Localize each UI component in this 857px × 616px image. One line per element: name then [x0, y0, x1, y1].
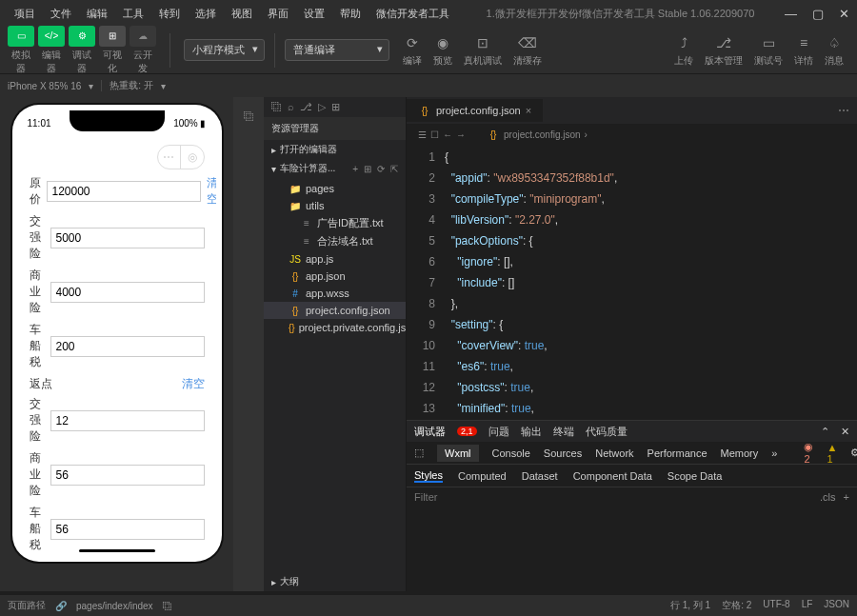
r2-input[interactable] [50, 465, 205, 486]
ext-icon[interactable]: ⊞ [331, 101, 340, 113]
clear1-button[interactable]: 清空 [207, 175, 216, 208]
debugger-button[interactable]: ⚙ [69, 26, 95, 47]
code-text[interactable]: { "appid": "wx8953347352f88b1d", "compil… [445, 145, 857, 420]
remote-debug-button[interactable]: ⊡真机调试 [458, 31, 508, 70]
ins2-input[interactable] [50, 282, 205, 303]
minimize-icon[interactable]: — [785, 7, 797, 21]
collapse-icon[interactable]: ⇱ [390, 164, 398, 174]
back-icon[interactable]: ← [443, 129, 452, 140]
scope-data-tab[interactable]: Scope Data [668, 470, 722, 482]
r3-input[interactable] [50, 519, 205, 540]
close-tab-icon[interactable]: × [526, 105, 531, 116]
new-file-icon[interactable]: + [352, 164, 358, 174]
clear-cache-button[interactable]: ⌫清缓存 [508, 31, 548, 70]
mode-select[interactable]: 小程序模式 [184, 39, 265, 61]
open-editors-section[interactable]: ▸打开的编辑器 [264, 140, 406, 159]
star-icon[interactable]: ☐ [430, 129, 439, 140]
search-icon[interactable]: ⌕ [288, 101, 294, 113]
add-style-icon[interactable]: + [844, 491, 849, 503]
lang[interactable]: JSON [824, 599, 849, 612]
tree-item[interactable]: {}project.config.json [264, 302, 406, 319]
more-icon[interactable]: ⋯ [830, 104, 857, 117]
r1-input[interactable] [50, 410, 205, 431]
more-tabs-icon[interactable]: » [771, 447, 777, 459]
cloud-button[interactable]: ☁ [130, 26, 156, 47]
ins1-input[interactable] [50, 228, 205, 248]
cls-button[interactable]: .cls [820, 491, 836, 503]
simulator-button[interactable]: ▭ [8, 26, 34, 47]
compile-select[interactable]: 普通编译 [285, 39, 389, 61]
tree-item[interactable]: {}project.private.config.js... [264, 319, 406, 336]
menu-select[interactable]: 选择 [189, 3, 223, 25]
menu-project[interactable]: 项目 [8, 3, 42, 25]
problems-tab[interactable]: 问题 [488, 425, 509, 439]
device-model[interactable]: iPhone X 85% 16 [8, 81, 81, 91]
upload-button[interactable]: ⤴上传 [668, 31, 699, 70]
menu-view[interactable]: 视图 [225, 3, 259, 25]
git-icon[interactable]: ⎇ [300, 101, 312, 113]
route[interactable]: pages/index/index [76, 601, 153, 611]
tree-item[interactable]: 📁pages [264, 180, 406, 197]
version-button[interactable]: ⎇版本管理 [699, 31, 748, 70]
test-account-button[interactable]: ▭测试号 [748, 31, 788, 70]
wxml-tab[interactable]: Wxml [437, 445, 479, 462]
maximize-icon[interactable]: ▢ [812, 7, 824, 21]
refresh-icon[interactable]: ⟳ [377, 164, 385, 174]
quality-tab[interactable]: 代码质量 [586, 425, 628, 439]
sources-tab[interactable]: Sources [544, 447, 582, 459]
capsule-menu-icon[interactable]: ⋯ [158, 146, 181, 169]
inspect-icon[interactable]: ⬚ [414, 447, 424, 459]
preview-button[interactable]: ◉预览 [428, 31, 458, 70]
debugger-min-icon[interactable]: ⌃ [821, 426, 829, 438]
menu-goto[interactable]: 转到 [152, 3, 187, 25]
tree-item[interactable]: JSapp.js [264, 250, 406, 268]
editor-tab[interactable]: {}project.config.json× [407, 99, 544, 122]
terminal-tab[interactable]: 终端 [553, 425, 574, 439]
menu-edit[interactable]: 编辑 [80, 3, 114, 25]
debugger-close-icon[interactable]: ✕ [841, 426, 849, 438]
styles-tab[interactable]: Styles [414, 469, 443, 483]
capsule-close-icon[interactable]: ◎ [181, 146, 204, 169]
network-tab[interactable]: Network [595, 447, 633, 459]
menu-devtools[interactable]: 微信开发者工具 [369, 3, 456, 25]
dataset-tab[interactable]: Dataset [522, 470, 558, 482]
tree-item[interactable]: #app.wxss [264, 285, 406, 302]
indent[interactable]: 空格: 2 [722, 599, 751, 612]
tree-item[interactable]: ≡广告ID配置.txt [264, 214, 406, 232]
link-icon[interactable]: 🔗 [55, 601, 67, 611]
details-button[interactable]: ≡详情 [788, 31, 819, 70]
project-section[interactable]: ▾车险计算器... + ⊞ ⟳ ⇱ [264, 159, 406, 178]
performance-tab[interactable]: Performance [648, 447, 708, 459]
copy-icon[interactable]: ⿻ [163, 601, 172, 611]
files-icon[interactable]: ⿻ [237, 105, 260, 128]
clear2-button[interactable]: 清空 [182, 376, 205, 392]
cursor-pos[interactable]: 行 1, 列 1 [670, 599, 710, 612]
close-icon[interactable]: ✕ [839, 7, 849, 21]
explorer-icon[interactable]: ⿻ [271, 101, 282, 113]
compile-button[interactable]: ⟳编译 [397, 31, 428, 70]
tree-item[interactable]: 📁utils [264, 197, 406, 214]
error-count[interactable]: ◉ 2 [804, 441, 813, 465]
console-tab[interactable]: Console [492, 447, 530, 459]
device-dpr[interactable]: 热重载: 开 [110, 79, 153, 92]
computed-tab[interactable]: Computed [458, 470, 507, 482]
output-tab[interactable]: 输出 [521, 425, 542, 439]
price-input[interactable] [47, 181, 201, 202]
bookmark-icon[interactable]: ☰ [418, 129, 427, 140]
tax-input[interactable] [50, 336, 205, 357]
menu-settings[interactable]: 设置 [297, 3, 331, 25]
fwd-icon[interactable]: → [456, 129, 466, 140]
filter-input[interactable] [414, 491, 812, 503]
breadcrumb[interactable]: ☰ ☐ ← → {} project.config.json› [407, 124, 857, 145]
debugger-tab[interactable]: 调试器 [414, 425, 446, 439]
eol[interactable]: LF [802, 599, 813, 612]
visual-button[interactable]: ⊞ [99, 26, 126, 47]
component-data-tab[interactable]: Component Data [573, 470, 652, 482]
menu-interface[interactable]: 界面 [261, 3, 295, 25]
memory-tab[interactable]: Memory [721, 447, 759, 459]
menu-tools[interactable]: 工具 [116, 3, 150, 25]
outline-section[interactable]: ▸大纲 [264, 572, 406, 591]
debug-icon[interactable]: ▷ [318, 101, 326, 113]
settings-icon[interactable]: ⚙ [850, 447, 857, 459]
encoding[interactable]: UTF-8 [763, 599, 789, 612]
